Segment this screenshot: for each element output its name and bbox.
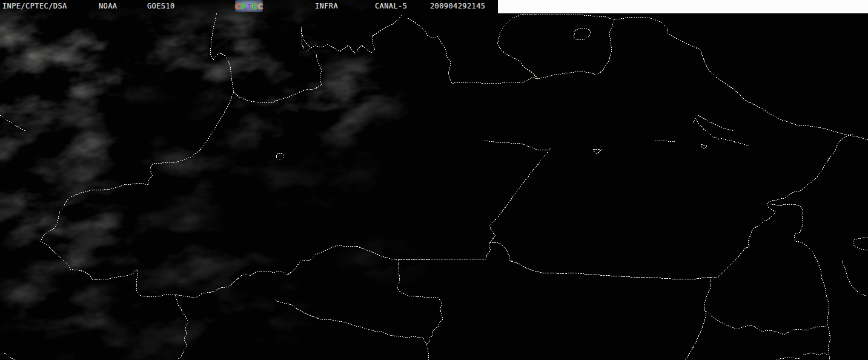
logo-letter: E bbox=[252, 2, 257, 10]
satellite-label: GOES10 bbox=[147, 2, 175, 10]
channel-label: CANAL-5 bbox=[375, 2, 407, 10]
band-label: INFRA bbox=[315, 2, 338, 10]
logo-letter: C bbox=[235, 2, 241, 10]
logo-letter: C bbox=[257, 2, 263, 10]
satellite-image bbox=[0, 0, 868, 360]
satellite-viewer: INPE/CPTEC/DSA NOAA GOES10 CPTEC INFRA C… bbox=[0, 0, 868, 360]
logo-letter: P bbox=[240, 2, 247, 10]
cptec-logo: CPTEC bbox=[235, 0, 263, 12]
agency-label: INPE/CPTEC/DSA bbox=[2, 2, 67, 10]
datetime-label: 200904292145 bbox=[430, 2, 486, 10]
network-label: NOAA bbox=[99, 2, 118, 10]
logo-letter: T bbox=[247, 2, 252, 10]
header-bar: INPE/CPTEC/DSA NOAA GOES10 CPTEC INFRA C… bbox=[0, 0, 868, 12]
